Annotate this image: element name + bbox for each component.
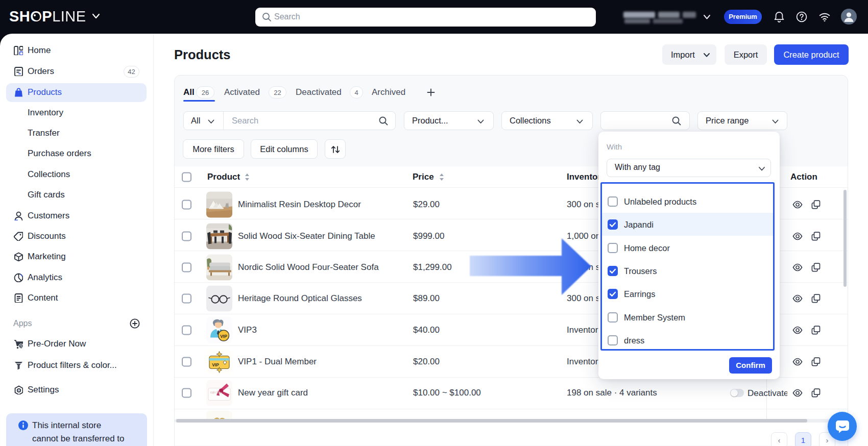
svg-text:VIP: VIP bbox=[220, 334, 227, 339]
svg-text:VIP: VIP bbox=[212, 362, 219, 367]
svg-text:Gift Card: Gift Card bbox=[210, 391, 221, 394]
